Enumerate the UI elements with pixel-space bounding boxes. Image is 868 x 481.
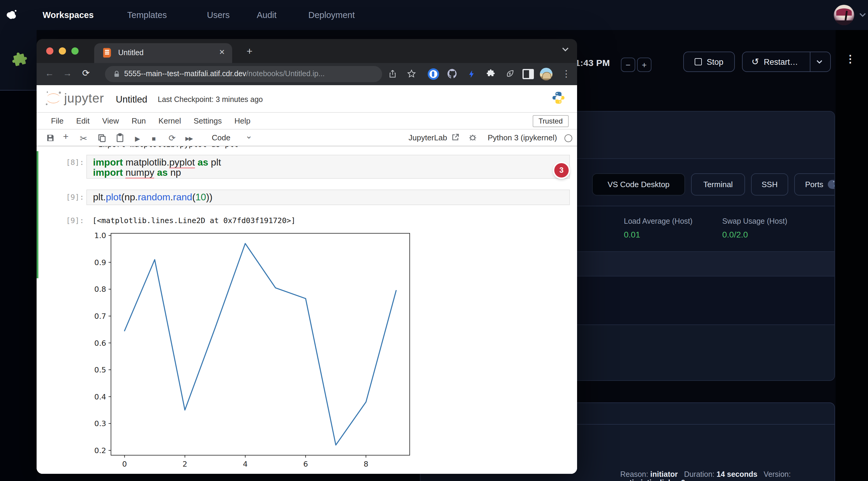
url-text: 5555--main--test--matifali.atif.cdr.dev/… bbox=[124, 70, 324, 78]
extension-puzzle-icon[interactable] bbox=[9, 50, 31, 72]
interrupt-kernel-icon[interactable]: ■ bbox=[152, 135, 156, 142]
reload-icon[interactable]: ⟳ bbox=[82, 68, 90, 78]
url-domain: 5555--main--test--matifali.atif.cdr.dev bbox=[124, 70, 246, 78]
nav-templates[interactable]: Templates bbox=[127, 0, 167, 30]
workspace-menu-button[interactable]: ⋮ bbox=[845, 53, 856, 65]
add-cell-icon[interactable]: + bbox=[63, 131, 69, 142]
python-logo-icon bbox=[551, 91, 566, 105]
menu-run[interactable]: Run bbox=[132, 116, 146, 125]
tab-search-chevron-icon[interactable] bbox=[561, 47, 569, 52]
build-meta: Reason: initiator Duration: 14 seconds V… bbox=[620, 470, 834, 481]
svg-text:0: 0 bbox=[122, 460, 127, 469]
app-button-terminal[interactable]: Terminal bbox=[691, 173, 745, 195]
right-gutter bbox=[836, 30, 868, 481]
menu-help[interactable]: Help bbox=[234, 116, 250, 125]
kernel-name[interactable]: Python 3 (ipykernel) bbox=[488, 133, 557, 142]
stat-value: 0.01 bbox=[624, 230, 692, 239]
nav-audit[interactable]: Audit bbox=[257, 0, 277, 30]
address-bar[interactable]: 5555--main--test--matifali.atif.cdr.dev/… bbox=[105, 66, 382, 82]
lock-icon bbox=[113, 70, 121, 78]
code-cell[interactable]: import matplotlib.pyplot as pltimport nu… bbox=[86, 155, 570, 179]
bolt-extension-icon[interactable] bbox=[465, 67, 478, 81]
restart-label: Restart… bbox=[764, 57, 798, 66]
decrease-button[interactable]: − bbox=[621, 58, 635, 72]
nav-workspaces[interactable]: Workspaces bbox=[42, 0, 94, 30]
version-value: optimistic_liskov9 bbox=[620, 479, 685, 481]
svg-text:0.9: 0.9 bbox=[94, 258, 106, 267]
extensions-puzzle-icon[interactable] bbox=[484, 67, 497, 81]
menu-settings[interactable]: Settings bbox=[194, 116, 222, 125]
menu-view[interactable]: View bbox=[102, 116, 119, 125]
stat-label: Swap Usage (Host) bbox=[722, 217, 787, 225]
bookmark-star-icon[interactable] bbox=[405, 67, 418, 81]
cell-type-select[interactable]: Code bbox=[212, 133, 230, 142]
stat-load-average: Load Average (Host) 0.01 bbox=[624, 217, 692, 239]
restart-kernel-icon[interactable]: ⟳ bbox=[168, 133, 176, 143]
browser-toolbar: ← → ⟳ 5555--main--test--matifali.atif.cd… bbox=[37, 63, 577, 85]
new-tab-button[interactable]: + bbox=[247, 45, 252, 58]
notification-badge[interactable]: 3 bbox=[554, 163, 569, 178]
output-text: [<matplotlib.lines.Line2D at 0x7fd03f191… bbox=[92, 216, 296, 225]
forward-icon[interactable]: → bbox=[63, 68, 72, 78]
menu-file[interactable]: File bbox=[51, 116, 64, 125]
tab-close-icon[interactable]: ✕ bbox=[219, 48, 225, 56]
browser-kebab-icon[interactable]: ⋮ bbox=[560, 67, 573, 81]
app-button-vscode[interactable]: VS Code Desktop bbox=[592, 173, 685, 195]
app-button-ports[interactable]: Ports 7 bbox=[794, 173, 835, 195]
notebook-title[interactable]: Untitled bbox=[116, 94, 147, 105]
code-cell[interactable]: plt.plot(np.random.rand(10)) bbox=[86, 190, 570, 205]
jupyterlab-link[interactable]: JupyterLab bbox=[408, 133, 447, 142]
svg-text:4: 4 bbox=[243, 460, 248, 469]
browser-tab[interactable]: Untitled ✕ bbox=[94, 43, 232, 63]
external-link-icon bbox=[452, 134, 459, 141]
kernel-status-icon bbox=[564, 134, 572, 142]
energy-saver-leaf-icon[interactable] bbox=[503, 67, 517, 81]
user-avatar[interactable] bbox=[834, 5, 854, 25]
browser-window: Untitled ✕ + ← → ⟳ 5555--main--test--mat… bbox=[37, 39, 577, 474]
menu-kernel[interactable]: Kernel bbox=[158, 116, 181, 125]
back-icon[interactable]: ← bbox=[45, 68, 54, 78]
github-extension-icon[interactable] bbox=[446, 67, 459, 81]
cut-cell-icon[interactable]: ✂ bbox=[80, 133, 87, 144]
reason-value: initiator bbox=[650, 470, 678, 479]
svg-text:0.5: 0.5 bbox=[94, 365, 106, 374]
coder-logo-icon[interactable] bbox=[5, 8, 20, 22]
top-navbar: Workspaces Templates Users Audit Deploym… bbox=[0, 0, 868, 30]
avatar-art bbox=[836, 8, 852, 15]
side-panel-icon[interactable] bbox=[521, 67, 534, 81]
jupyter-wordmark[interactable]: jupyter bbox=[64, 91, 104, 105]
paste-cell-icon[interactable] bbox=[116, 133, 124, 142]
restart-workspace-button[interactable]: ↺ Restart… bbox=[742, 52, 831, 72]
cell-prompt: [8]: bbox=[66, 158, 84, 167]
chevron-down-icon[interactable] bbox=[859, 12, 866, 18]
nav-deployment[interactable]: Deployment bbox=[308, 0, 355, 30]
tab-title: Untitled bbox=[118, 49, 144, 57]
copy-cell-icon[interactable] bbox=[98, 134, 106, 142]
trusted-button[interactable]: Trusted bbox=[533, 115, 569, 127]
increase-button[interactable]: + bbox=[637, 58, 651, 72]
restart-main[interactable]: ↺ Restart… bbox=[744, 52, 805, 71]
window-zoom-button[interactable] bbox=[71, 47, 79, 55]
window-close-button[interactable] bbox=[46, 47, 53, 55]
menu-edit[interactable]: Edit bbox=[76, 116, 90, 125]
run-all-icon[interactable]: ▶▶ bbox=[185, 135, 192, 141]
app-button-ssh[interactable]: SSH bbox=[751, 173, 788, 195]
run-cell-icon[interactable]: ▶ bbox=[135, 135, 140, 143]
debugger-bug-icon[interactable] bbox=[468, 133, 477, 141]
left-sidebar-top bbox=[0, 30, 37, 91]
stop-workspace-button[interactable]: Stop bbox=[683, 52, 735, 72]
browser-profile-avatar[interactable] bbox=[539, 67, 553, 81]
window-minimize-button[interactable] bbox=[59, 47, 66, 55]
nav-users[interactable]: Users bbox=[207, 0, 230, 30]
vscode-label: VS Code Desktop bbox=[608, 180, 670, 189]
restart-dropdown[interactable] bbox=[810, 52, 829, 71]
share-icon[interactable] bbox=[386, 67, 399, 81]
stop-label: Stop bbox=[707, 57, 723, 66]
cell-type-chevron-icon[interactable]: ⌄ bbox=[245, 131, 252, 140]
save-icon[interactable] bbox=[46, 134, 55, 142]
cell-activity-bar bbox=[37, 151, 38, 278]
onepassword-extension-icon[interactable] bbox=[427, 67, 440, 81]
stat-value: 0.0/2.0 bbox=[722, 230, 787, 239]
output-prompt: [9]: bbox=[66, 216, 84, 225]
svg-text:2: 2 bbox=[183, 460, 187, 469]
